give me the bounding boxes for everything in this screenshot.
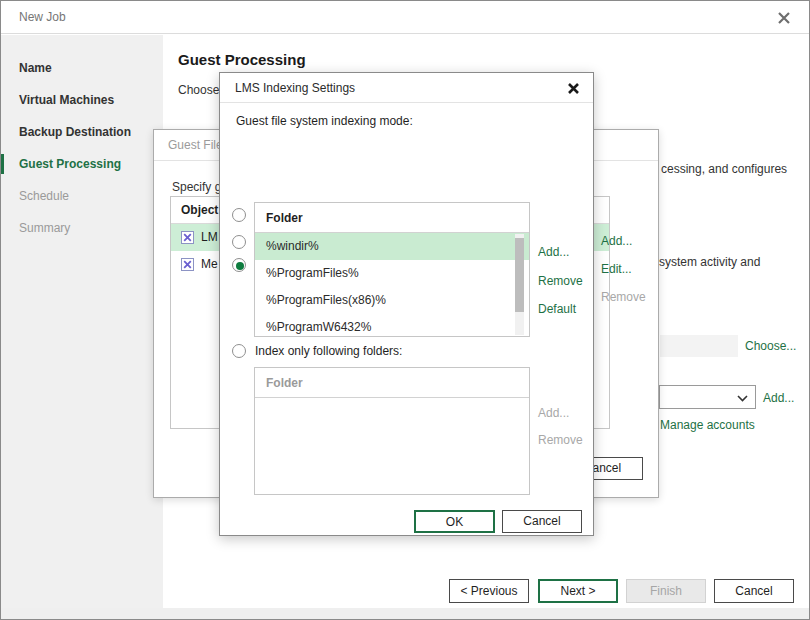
choose-link[interactable]: Choose... (745, 339, 796, 353)
gf-add-link[interactable]: Add... (601, 234, 632, 248)
scrollbar[interactable] (515, 234, 524, 335)
radio-label: Index only following folders: (255, 344, 402, 358)
window-title: New Job (19, 10, 66, 24)
radio-icon (232, 344, 246, 358)
add-credentials-link[interactable]: Add... (763, 391, 794, 405)
window-titlebar: New Job (1, 1, 809, 34)
window-bottom-strip (1, 608, 809, 620)
sidebar-item-guest-processing[interactable]: Guest Processing (1, 148, 163, 180)
dialog-titlebar: LMS Indexing Settings (220, 73, 593, 103)
only-remove-link[interactable]: Remove (538, 433, 583, 447)
dialog-title: LMS Indexing Settings (235, 81, 355, 95)
radio-selected-icon (232, 258, 246, 272)
close-icon[interactable] (566, 81, 581, 96)
except-remove-link[interactable]: Remove (538, 274, 583, 288)
sidebar-item-schedule[interactable]: Schedule (1, 180, 163, 212)
finish-button[interactable]: Finish (626, 579, 706, 603)
radio-option-index-only-folders[interactable]: Index only following folders: (232, 344, 402, 358)
wizard-sidebar: Name Virtual Machines Backup Destination… (1, 35, 163, 620)
folder-column-header: Folder (255, 368, 529, 398)
background-text-fragment-1: cessing, and configures (661, 162, 787, 176)
next-button[interactable]: Next > (538, 579, 618, 603)
previous-button[interactable]: < Previous (449, 579, 529, 603)
close-icon[interactable] (775, 9, 793, 27)
page-title: Guest Processing (178, 51, 306, 68)
boxed-x-icon (181, 231, 194, 244)
chevron-down-icon (737, 395, 748, 402)
gf-remove-link[interactable]: Remove (601, 290, 646, 304)
radio-icon (232, 208, 246, 222)
except-folders-list: Folder %windir% %ProgramFiles% %ProgramF… (254, 202, 530, 337)
except-add-link[interactable]: Add... (538, 245, 569, 259)
gf-edit-link[interactable]: Edit... (601, 262, 632, 276)
list-item[interactable]: %ProgramFiles(x86)% (255, 287, 529, 314)
boxed-x-icon (181, 258, 194, 271)
manage-accounts-link[interactable]: Manage accounts (660, 418, 755, 432)
object-name-fragment: LM (201, 224, 218, 251)
sidebar-item-name[interactable]: Name (1, 52, 163, 84)
sidebar-item-virtual-machines[interactable]: Virtual Machines (1, 84, 163, 116)
list-item[interactable]: %ProgramFiles% (255, 260, 529, 287)
only-add-link[interactable]: Add... (538, 406, 569, 420)
object-name-fragment: Me (201, 251, 218, 278)
new-job-window: New Job Name Virtual Machines Backup Des… (0, 0, 810, 620)
sidebar-item-summary[interactable]: Summary (1, 212, 163, 244)
background-text-fragment-2: system activity and (659, 255, 760, 269)
only-folders-list: Folder (254, 367, 530, 495)
scrollbar-thumb[interactable] (515, 238, 524, 312)
credentials-dropdown[interactable] (659, 385, 756, 409)
page-description-fragment: Choose (178, 83, 219, 97)
sidebar-item-backup-destination[interactable]: Backup Destination (1, 116, 163, 148)
list-item[interactable]: %windir% (255, 233, 529, 260)
dialog-cancel-button[interactable]: Cancel (502, 510, 582, 533)
disabled-text-field (660, 335, 738, 357)
lms-indexing-settings-dialog: LMS Indexing Settings Guest file system … (219, 72, 594, 536)
list-item[interactable]: %ProgramW6432% (255, 314, 529, 337)
cancel-button[interactable]: Cancel (714, 579, 794, 603)
indexing-mode-label: Guest file system indexing mode: (236, 114, 413, 128)
specify-label-fragment: Specify g (172, 180, 221, 194)
folder-column-header: Folder (255, 203, 529, 233)
except-default-link[interactable]: Default (538, 302, 576, 316)
radio-icon (232, 235, 246, 249)
guest-file-dialog-title: Guest File (168, 138, 223, 152)
ok-button[interactable]: OK (414, 510, 495, 533)
